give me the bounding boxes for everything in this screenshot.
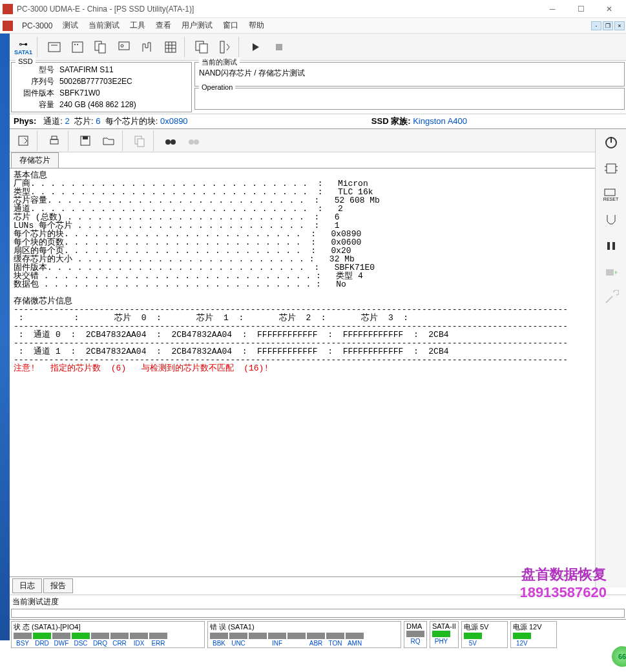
play-button[interactable]: [245, 36, 267, 59]
pause-icon[interactable]: [598, 235, 624, 257]
connector-icon[interactable]: [598, 209, 624, 231]
current-test-text: NAND闪存芯片 / 存储芯片测试: [199, 64, 620, 79]
reset-button[interactable]: RESET: [598, 183, 624, 205]
mdi-minimize-button[interactable]: -: [591, 21, 601, 30]
menu-item[interactable]: 工具: [125, 19, 151, 32]
tab-report[interactable]: 报告: [43, 578, 73, 593]
svg-point-8: [121, 45, 123, 47]
export-icon[interactable]: [12, 129, 34, 152]
toolbar-icon[interactable]: [136, 36, 158, 59]
menu-item[interactable]: 测试: [57, 19, 83, 32]
info-text-area: 基本信息 厂商. . . . . . . . . . . . . . . . .…: [10, 168, 626, 576]
main-toolbar: ⊶SATA1: [10, 34, 626, 61]
tab-log[interactable]: 日志: [12, 578, 42, 593]
binoculars-next-icon[interactable]: [183, 129, 205, 152]
titlebar: PC-3000 UDMA-E - China - [PS SSD Utility…: [0, 0, 626, 18]
close-button[interactable]: ✕: [595, 0, 623, 18]
chip-icon[interactable]: [598, 158, 624, 179]
menu-app[interactable]: PC-3000: [17, 20, 57, 32]
app-icon-small: [3, 21, 13, 31]
toolbar-icon[interactable]: [113, 36, 135, 59]
menubar: PC-3000 测试 当前测试 工具 查看 用户测试 窗口 帮助 - ❐ ×: [0, 18, 626, 34]
svg-point-4: [77, 44, 78, 45]
window-title: PC-3000 UDMA-E - China - [PS SSD Utility…: [17, 5, 538, 14]
watermark: 盘首数据恢复 18913587620: [519, 565, 607, 601]
tools-icon[interactable]: [598, 287, 624, 309]
left-sidebar-strip: [0, 34, 10, 640]
svg-rect-37: [607, 242, 610, 250]
open-icon[interactable]: [98, 129, 120, 152]
phys-bar: Phys: 通道: 2 芯片: 6 每个芯片的块: 0x0890 SSD 家族:…: [10, 114, 626, 129]
status-dma-group: DMA RQ: [404, 621, 427, 648]
svg-rect-19: [50, 139, 58, 144]
status-bar: 状 态 (SATA1)-[PIO4] BSYDRDDWFDSCDRQCRRIDX…: [10, 619, 626, 649]
toolbar-icon[interactable]: [67, 36, 89, 59]
ssd-info-panel: SSD 型号SATAFIRM S11 序列号50026B777703E2EC 固…: [11, 62, 192, 112]
chip-run-icon[interactable]: [598, 261, 624, 283]
svg-rect-31: [607, 164, 616, 173]
svg-rect-39: [606, 269, 614, 276]
tab-storage-chip[interactable]: 存储芯片: [11, 152, 59, 168]
ssd-legend: SSD: [16, 57, 36, 65]
status-sata2-group: SATA-II PHY: [430, 621, 459, 648]
copy-icon[interactable]: [129, 129, 151, 152]
power-icon[interactable]: [598, 132, 624, 154]
secondary-toolbar: [10, 129, 626, 152]
toolbar-icon[interactable]: [43, 36, 65, 59]
menu-item[interactable]: 窗口: [218, 19, 244, 32]
svg-rect-36: [605, 189, 615, 196]
status-state-group: 状 态 (SATA1)-[PIO4] BSYDRDDWFDSCDRQCRRIDX…: [11, 621, 205, 648]
svg-rect-7: [119, 42, 129, 50]
svg-rect-2: [72, 42, 83, 52]
svg-rect-0: [48, 43, 60, 52]
svg-rect-16: [220, 41, 224, 53]
menu-item[interactable]: 当前测试: [83, 19, 125, 32]
svg-point-26: [171, 139, 176, 145]
mdi-restore-button[interactable]: ❐: [603, 21, 613, 30]
status-error-group: 错 误 (SATA1) BBKUNCINFABRTONAMN: [207, 621, 401, 648]
binoculars-icon[interactable]: [160, 129, 182, 152]
mdi-close-button[interactable]: ×: [614, 21, 625, 30]
svg-rect-15: [200, 44, 207, 53]
toolbar-icon[interactable]: [214, 36, 236, 59]
svg-point-27: [189, 139, 194, 145]
tab-row: 存储芯片: [10, 152, 626, 168]
menu-item[interactable]: 查看: [151, 19, 176, 32]
svg-rect-20: [52, 136, 57, 139]
menu-item[interactable]: 用户测试: [176, 19, 218, 32]
svg-rect-38: [612, 242, 615, 250]
save-icon[interactable]: [74, 129, 96, 152]
progress-bar: [11, 609, 625, 618]
toolbar-icon[interactable]: [191, 36, 213, 59]
svg-point-28: [194, 139, 199, 145]
stop-button[interactable]: [268, 36, 290, 59]
menu-item[interactable]: 帮助: [244, 19, 269, 32]
svg-rect-24: [138, 139, 144, 147]
minimize-button[interactable]: ─: [538, 0, 567, 18]
maximize-button[interactable]: ☐: [567, 0, 595, 18]
current-test-panel: 当前的测试 NAND闪存芯片 / 存储芯片测试: [194, 62, 625, 87]
svg-point-3: [74, 44, 76, 45]
right-button-strip: RESET: [595, 129, 626, 587]
svg-rect-17: [276, 44, 282, 50]
svg-rect-6: [99, 44, 105, 53]
svg-rect-18: [19, 136, 28, 145]
svg-point-25: [165, 139, 171, 145]
status-pwr5-group: 电源 5V 5V: [461, 621, 508, 648]
toolbar-icon[interactable]: [160, 36, 182, 59]
svg-rect-9: [165, 42, 176, 52]
operation-panel: Operation: [194, 88, 625, 110]
app-icon: [3, 4, 13, 14]
print-icon[interactable]: [43, 129, 65, 152]
status-pwr12-group: 电源 12V 12V: [510, 621, 557, 648]
svg-rect-22: [83, 136, 88, 139]
toolbar-icon[interactable]: [90, 36, 112, 59]
temperature-badge: 66: [612, 646, 626, 667]
sata-button[interactable]: ⊶SATA1: [12, 36, 34, 59]
